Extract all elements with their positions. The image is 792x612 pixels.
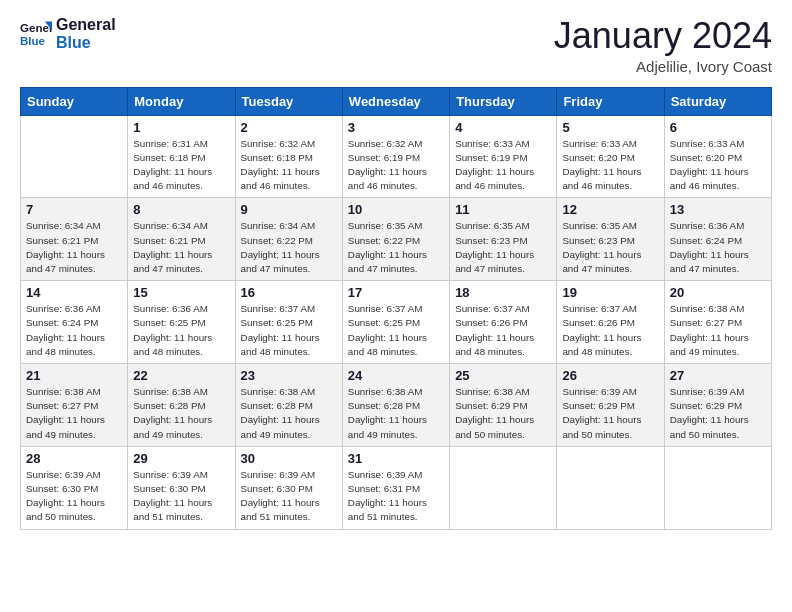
calendar-day-cell: 28Sunrise: 6:39 AMSunset: 6:30 PMDayligh… [21, 446, 128, 529]
day-number: 21 [26, 368, 122, 383]
calendar-day-cell: 12Sunrise: 6:35 AMSunset: 6:23 PMDayligh… [557, 198, 664, 281]
day-header-sunday: Sunday [21, 87, 128, 115]
calendar-day-cell: 23Sunrise: 6:38 AMSunset: 6:28 PMDayligh… [235, 364, 342, 447]
day-info: Sunrise: 6:39 AMSunset: 6:30 PMDaylight:… [133, 468, 229, 525]
day-info: Sunrise: 6:36 AMSunset: 6:25 PMDaylight:… [133, 302, 229, 359]
day-number: 2 [241, 120, 337, 135]
calendar-day-cell: 15Sunrise: 6:36 AMSunset: 6:25 PMDayligh… [128, 281, 235, 364]
calendar-week-row: 21Sunrise: 6:38 AMSunset: 6:27 PMDayligh… [21, 364, 772, 447]
day-info: Sunrise: 6:33 AMSunset: 6:20 PMDaylight:… [562, 137, 658, 194]
day-info: Sunrise: 6:34 AMSunset: 6:22 PMDaylight:… [241, 219, 337, 276]
day-info: Sunrise: 6:35 AMSunset: 6:22 PMDaylight:… [348, 219, 444, 276]
day-number: 16 [241, 285, 337, 300]
day-number: 30 [241, 451, 337, 466]
calendar-day-cell: 6Sunrise: 6:33 AMSunset: 6:20 PMDaylight… [664, 115, 771, 198]
calendar-week-row: 7Sunrise: 6:34 AMSunset: 6:21 PMDaylight… [21, 198, 772, 281]
day-info: Sunrise: 6:39 AMSunset: 6:29 PMDaylight:… [670, 385, 766, 442]
day-header-tuesday: Tuesday [235, 87, 342, 115]
day-info: Sunrise: 6:36 AMSunset: 6:24 PMDaylight:… [670, 219, 766, 276]
day-number: 15 [133, 285, 229, 300]
day-info: Sunrise: 6:34 AMSunset: 6:21 PMDaylight:… [26, 219, 122, 276]
day-number: 8 [133, 202, 229, 217]
calendar-day-cell: 24Sunrise: 6:38 AMSunset: 6:28 PMDayligh… [342, 364, 449, 447]
day-info: Sunrise: 6:37 AMSunset: 6:25 PMDaylight:… [241, 302, 337, 359]
day-number: 12 [562, 202, 658, 217]
day-number: 29 [133, 451, 229, 466]
day-info: Sunrise: 6:33 AMSunset: 6:19 PMDaylight:… [455, 137, 551, 194]
day-info: Sunrise: 6:39 AMSunset: 6:30 PMDaylight:… [26, 468, 122, 525]
day-header-saturday: Saturday [664, 87, 771, 115]
day-number: 4 [455, 120, 551, 135]
calendar-day-cell: 30Sunrise: 6:39 AMSunset: 6:30 PMDayligh… [235, 446, 342, 529]
day-number: 31 [348, 451, 444, 466]
calendar-day-cell [557, 446, 664, 529]
day-info: Sunrise: 6:39 AMSunset: 6:31 PMDaylight:… [348, 468, 444, 525]
logo: General Blue General Blue [20, 16, 116, 53]
calendar-day-cell [664, 446, 771, 529]
day-info: Sunrise: 6:32 AMSunset: 6:18 PMDaylight:… [241, 137, 337, 194]
day-number: 18 [455, 285, 551, 300]
header: General Blue General Blue January 2024 A… [20, 16, 772, 75]
calendar-day-cell: 22Sunrise: 6:38 AMSunset: 6:28 PMDayligh… [128, 364, 235, 447]
day-number: 25 [455, 368, 551, 383]
day-info: Sunrise: 6:37 AMSunset: 6:26 PMDaylight:… [562, 302, 658, 359]
day-header-thursday: Thursday [450, 87, 557, 115]
day-info: Sunrise: 6:33 AMSunset: 6:20 PMDaylight:… [670, 137, 766, 194]
calendar-day-cell: 31Sunrise: 6:39 AMSunset: 6:31 PMDayligh… [342, 446, 449, 529]
day-header-friday: Friday [557, 87, 664, 115]
day-number: 1 [133, 120, 229, 135]
calendar-day-cell: 2Sunrise: 6:32 AMSunset: 6:18 PMDaylight… [235, 115, 342, 198]
svg-text:Blue: Blue [20, 35, 46, 47]
calendar-week-row: 28Sunrise: 6:39 AMSunset: 6:30 PMDayligh… [21, 446, 772, 529]
day-info: Sunrise: 6:31 AMSunset: 6:18 PMDaylight:… [133, 137, 229, 194]
calendar-day-cell [21, 115, 128, 198]
calendar-day-cell: 25Sunrise: 6:38 AMSunset: 6:29 PMDayligh… [450, 364, 557, 447]
calendar-week-row: 14Sunrise: 6:36 AMSunset: 6:24 PMDayligh… [21, 281, 772, 364]
calendar-day-cell: 1Sunrise: 6:31 AMSunset: 6:18 PMDaylight… [128, 115, 235, 198]
logo-icon: General Blue [20, 18, 52, 50]
day-info: Sunrise: 6:38 AMSunset: 6:28 PMDaylight:… [133, 385, 229, 442]
day-number: 6 [670, 120, 766, 135]
day-info: Sunrise: 6:39 AMSunset: 6:29 PMDaylight:… [562, 385, 658, 442]
calendar-day-cell: 5Sunrise: 6:33 AMSunset: 6:20 PMDaylight… [557, 115, 664, 198]
calendar-week-row: 1Sunrise: 6:31 AMSunset: 6:18 PMDaylight… [21, 115, 772, 198]
day-number: 27 [670, 368, 766, 383]
day-info: Sunrise: 6:38 AMSunset: 6:28 PMDaylight:… [348, 385, 444, 442]
day-number: 24 [348, 368, 444, 383]
day-info: Sunrise: 6:32 AMSunset: 6:19 PMDaylight:… [348, 137, 444, 194]
day-number: 13 [670, 202, 766, 217]
day-info: Sunrise: 6:39 AMSunset: 6:30 PMDaylight:… [241, 468, 337, 525]
day-info: Sunrise: 6:35 AMSunset: 6:23 PMDaylight:… [455, 219, 551, 276]
calendar-day-cell: 9Sunrise: 6:34 AMSunset: 6:22 PMDaylight… [235, 198, 342, 281]
calendar-table: SundayMondayTuesdayWednesdayThursdayFrid… [20, 87, 772, 530]
month-year-title: January 2024 [554, 16, 772, 56]
day-info: Sunrise: 6:37 AMSunset: 6:26 PMDaylight:… [455, 302, 551, 359]
calendar-day-cell: 27Sunrise: 6:39 AMSunset: 6:29 PMDayligh… [664, 364, 771, 447]
logo-general: General [56, 16, 116, 34]
calendar-day-cell: 13Sunrise: 6:36 AMSunset: 6:24 PMDayligh… [664, 198, 771, 281]
logo-blue: Blue [56, 34, 116, 52]
day-number: 10 [348, 202, 444, 217]
day-number: 11 [455, 202, 551, 217]
calendar-day-cell: 29Sunrise: 6:39 AMSunset: 6:30 PMDayligh… [128, 446, 235, 529]
day-number: 20 [670, 285, 766, 300]
day-info: Sunrise: 6:38 AMSunset: 6:28 PMDaylight:… [241, 385, 337, 442]
day-number: 9 [241, 202, 337, 217]
day-number: 17 [348, 285, 444, 300]
day-info: Sunrise: 6:35 AMSunset: 6:23 PMDaylight:… [562, 219, 658, 276]
day-header-wednesday: Wednesday [342, 87, 449, 115]
calendar-day-cell: 3Sunrise: 6:32 AMSunset: 6:19 PMDaylight… [342, 115, 449, 198]
day-info: Sunrise: 6:38 AMSunset: 6:29 PMDaylight:… [455, 385, 551, 442]
day-info: Sunrise: 6:34 AMSunset: 6:21 PMDaylight:… [133, 219, 229, 276]
calendar-day-cell: 21Sunrise: 6:38 AMSunset: 6:27 PMDayligh… [21, 364, 128, 447]
calendar-day-cell [450, 446, 557, 529]
calendar-day-cell: 19Sunrise: 6:37 AMSunset: 6:26 PMDayligh… [557, 281, 664, 364]
calendar-day-cell: 4Sunrise: 6:33 AMSunset: 6:19 PMDaylight… [450, 115, 557, 198]
location-subtitle: Adjelilie, Ivory Coast [554, 58, 772, 75]
day-number: 14 [26, 285, 122, 300]
day-number: 3 [348, 120, 444, 135]
day-number: 28 [26, 451, 122, 466]
calendar-day-cell: 20Sunrise: 6:38 AMSunset: 6:27 PMDayligh… [664, 281, 771, 364]
calendar-day-cell: 17Sunrise: 6:37 AMSunset: 6:25 PMDayligh… [342, 281, 449, 364]
calendar-day-cell: 11Sunrise: 6:35 AMSunset: 6:23 PMDayligh… [450, 198, 557, 281]
